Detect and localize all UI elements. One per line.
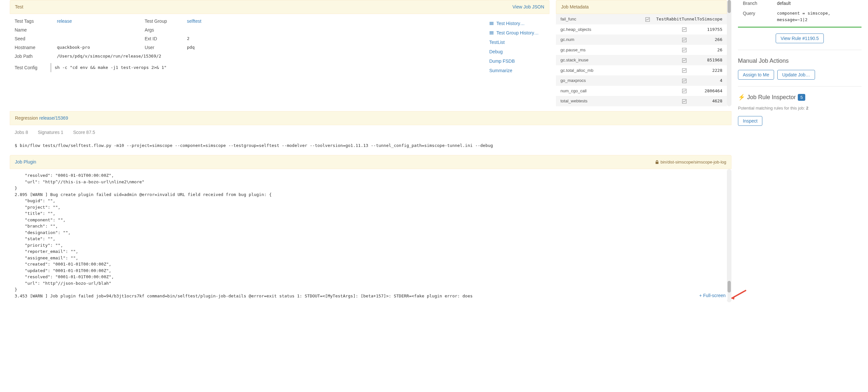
metadata-key: gc.stack_inuse: [560, 57, 676, 63]
metadata-key: fail_func: [560, 16, 639, 23]
value-name: [57, 27, 138, 33]
metadata-value: 266: [693, 36, 722, 43]
debug-link[interactable]: Debug: [489, 47, 545, 57]
plugin-log-output: "resolved": "0001-01-01T00:00:00Z", "url…: [10, 169, 727, 302]
svg-rect-4: [490, 33, 494, 33]
annotation-arrow-icon: [728, 289, 748, 302]
value-ext-id: 2: [187, 35, 479, 42]
plugin-path: bin/dist-simscope/simscope-job-log: [655, 159, 726, 165]
value-user: pdq: [187, 44, 479, 51]
metadata-value: 851968: [693, 57, 722, 63]
label-test-group: Test Group: [145, 18, 180, 25]
metadata-key: total_webtests: [560, 98, 676, 104]
chart-icon[interactable]: [682, 37, 687, 42]
metadata-key: gc.num: [560, 36, 676, 43]
regression-link[interactable]: release/15369: [39, 116, 68, 121]
metadata-row: total_webtests4628: [556, 96, 727, 106]
test-header-title: Test: [15, 4, 23, 10]
metadata-key: gc.heap_objects: [560, 26, 676, 33]
divider: [738, 50, 862, 50]
inspector-title: Job Rule Inspector: [747, 93, 796, 102]
test-group-history-link[interactable]: Test Group History…: [489, 28, 545, 38]
metadata-scrollbar[interactable]: [727, 0, 732, 106]
svg-rect-2: [490, 24, 494, 25]
testlist-link[interactable]: TestList: [489, 38, 545, 47]
metadata-value: 4: [693, 77, 722, 84]
metadata-header-title: Job Metadata: [561, 4, 589, 10]
plugin-section-header: Job Plugin bin/dist-simscope/simscope-jo…: [10, 155, 732, 169]
metadata-value: TestRabbitTunnelToSimscope: [656, 16, 723, 23]
metadata-value: 2228: [693, 67, 722, 74]
value-test-tags[interactable]: release: [57, 19, 72, 24]
chart-icon[interactable]: [682, 57, 687, 63]
metadata-value: 119755: [693, 26, 722, 33]
chart-icon[interactable]: [682, 88, 687, 94]
label-seed: Seed: [14, 35, 51, 42]
inspector-badge: 5: [798, 94, 805, 101]
metadata-row: gc.stack_inuse851968: [556, 55, 727, 65]
dump-fsdb-link[interactable]: Dump FSDB: [489, 57, 545, 66]
metadata-value: 2806464: [693, 88, 722, 94]
view-rule-button[interactable]: View Rule #1190.5: [776, 33, 824, 43]
label-test-config: Test Config: [14, 63, 51, 71]
regression-stats: Jobs 8 Signatures 1 Score 87.5: [10, 125, 732, 140]
inspect-button[interactable]: Inspect: [738, 116, 762, 126]
test-section-header: Test View Job JSON: [10, 0, 550, 14]
metadata-row: num_cgo_call2806464: [556, 86, 727, 96]
value-seed: [57, 35, 138, 42]
metadata-row: gc.total_alloc_mb2228: [556, 65, 727, 76]
scroll-thumb[interactable]: [727, 0, 731, 13]
label-ext-id: Ext ID: [145, 35, 180, 42]
chart-icon[interactable]: [682, 98, 687, 104]
chart-icon[interactable]: [682, 78, 687, 84]
metadata-row: go_maxprocs4: [556, 75, 727, 86]
branch-label: Branch: [743, 0, 772, 7]
metadata-key: go_maxprocs: [560, 77, 676, 84]
metadata-row: gc.heap_objects119755: [556, 24, 727, 35]
divider: [738, 86, 862, 87]
label-user: User: [145, 44, 180, 51]
label-job-path: Job Path: [14, 53, 51, 60]
manual-actions-title: Manual Job Actions: [738, 57, 862, 65]
branch-value: default: [777, 0, 857, 7]
value-test-group[interactable]: selftest: [187, 19, 201, 24]
chart-icon[interactable]: [645, 16, 650, 22]
metadata-key: gc.pause_ms: [560, 47, 676, 53]
full-screen-button[interactable]: + Full-screen: [697, 292, 727, 300]
svg-rect-1: [490, 23, 494, 24]
value-test-config: sh -c "cd env && make -j1 test-verops 2>…: [51, 63, 479, 72]
query-label: Query: [743, 10, 772, 17]
svg-rect-0: [490, 22, 494, 23]
label-name: Name: [14, 27, 51, 33]
job-plugin-link[interactable]: Job Plugin: [15, 159, 36, 165]
regression-header: Regression release/15369: [10, 111, 732, 125]
chart-icon[interactable]: [682, 67, 687, 73]
bolt-icon: ⚡: [738, 93, 745, 102]
test-history-link[interactable]: Test History…: [489, 19, 545, 28]
value-hostname: quackbook-pro: [57, 44, 138, 51]
value-job-path: /Users/pdq/v/simscope/run/release/15369/…: [57, 53, 479, 60]
metadata-row: gc.pause_ms26: [556, 45, 727, 55]
chart-icon[interactable]: [682, 26, 687, 32]
svg-rect-5: [490, 33, 494, 34]
label-test-tags: Test Tags: [14, 18, 51, 25]
update-job-button[interactable]: Update Job…: [777, 70, 815, 79]
chart-icon[interactable]: [682, 47, 687, 53]
table-icon: [489, 31, 494, 35]
metadata-key: num_cgo_call: [560, 88, 676, 94]
metadata-row: gc.num266: [556, 34, 727, 45]
assign-to-me-button[interactable]: Assign to Me: [738, 70, 774, 79]
metadata-row: fail_funcTestRabbitTunnelToSimscope: [556, 14, 727, 24]
value-args: [187, 27, 479, 33]
query-value: component = simscope, message=~1|2: [777, 10, 857, 23]
metadata-value: 26: [693, 47, 722, 53]
view-job-json-link[interactable]: View Job JSON: [513, 4, 544, 10]
metadata-value: 4628: [693, 98, 722, 104]
summarize-link[interactable]: Summarize: [489, 66, 545, 75]
metadata-key: gc.total_alloc_mb: [560, 67, 676, 74]
regression-prefix: Regression: [15, 116, 39, 121]
green-divider: [738, 27, 862, 28]
regression-command: $ bin/flow tests/flow/selftest.flow.py -…: [10, 140, 732, 155]
table-icon: [489, 22, 494, 26]
plugin-scrollbar[interactable]: [727, 169, 732, 302]
